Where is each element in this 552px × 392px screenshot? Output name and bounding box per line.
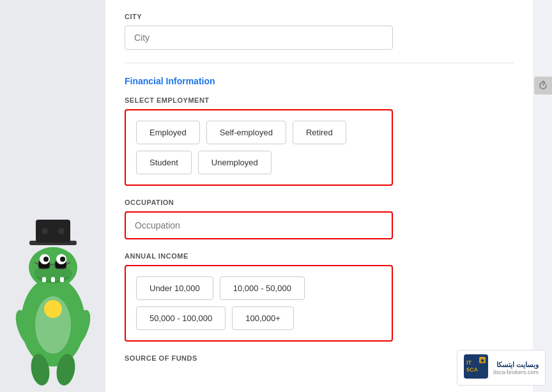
income-btn-under-10k[interactable]: Under 10,000 [136, 276, 213, 300]
itsca-logo-area: IT 5CA ★ وبسایت ایتسکا itsca-brokers.com [457, 350, 546, 386]
svg-rect-8 [42, 277, 46, 282]
employment-btn-self-employed[interactable]: Self-employed [206, 121, 286, 144]
income-btn-50k-100k[interactable]: 50,000 - 100,000 [136, 306, 226, 330]
itsca-url: itsca-brokers.com [493, 369, 539, 375]
svg-rect-23 [36, 220, 70, 243]
employment-btn-retired[interactable]: Retired [293, 121, 346, 144]
crocodile-illustration [0, 149, 105, 392]
svg-rect-9 [51, 277, 55, 282]
city-input[interactable] [125, 26, 393, 50]
employment-label: SELECT EMPLOYMENT [125, 96, 514, 104]
svg-point-24 [42, 228, 48, 234]
employment-options-box: Employed Self-employed Retired Student U… [125, 109, 393, 186]
city-label: CITY [125, 13, 514, 20]
itsca-text-block: وبسایت ایتسکا itsca-brokers.com [493, 361, 539, 375]
income-options-box: Under 10,000 10,000 - 50,000 50,000 - 10… [125, 265, 393, 342]
svg-rect-10 [60, 277, 64, 282]
svg-text:IT: IT [466, 359, 472, 366]
occupation-label: OCCUPATION [125, 199, 514, 206]
itsca-brand-text: وبسایت ایتسکا [493, 361, 539, 369]
income-field-group: ANNUAL INCOME Under 10,000 10,000 - 50,0… [125, 252, 514, 342]
scroll-indicator[interactable] [534, 77, 552, 94]
svg-point-21 [60, 257, 65, 262]
income-btn-10k-50k[interactable]: 10,000 - 50,000 [220, 276, 305, 300]
svg-text:★: ★ [480, 358, 486, 364]
svg-point-20 [43, 257, 49, 262]
occupation-field-group: OCCUPATION [125, 199, 514, 239]
income-label: ANNUAL INCOME [125, 252, 514, 260]
left-panel [0, 0, 105, 392]
city-field-group: CITY [125, 13, 514, 50]
employment-btn-unemployed[interactable]: Unemployed [198, 151, 272, 174]
financial-section-title: Financial Information [125, 76, 514, 86]
occupation-input-box [125, 211, 393, 239]
employment-btn-employed[interactable]: Employed [136, 121, 200, 144]
svg-point-25 [58, 228, 65, 234]
right-panel [533, 0, 552, 392]
svg-text:5CA: 5CA [466, 366, 479, 373]
section-divider [125, 63, 514, 63]
itsca-logo-icon: IT 5CA ★ [464, 354, 488, 381]
occupation-input[interactable] [126, 213, 392, 238]
employment-btn-student[interactable]: Student [136, 151, 192, 174]
source-of-funds-label: SOURCE OF FUNDS [125, 354, 514, 362]
svg-point-17 [44, 300, 62, 318]
main-content: CITY Financial Information SELECT EMPLOY… [105, 0, 533, 392]
income-btn-100k-plus[interactable]: 100,000+ [232, 306, 294, 330]
employment-field-group: SELECT EMPLOYMENT Employed Self-employed… [125, 96, 514, 186]
